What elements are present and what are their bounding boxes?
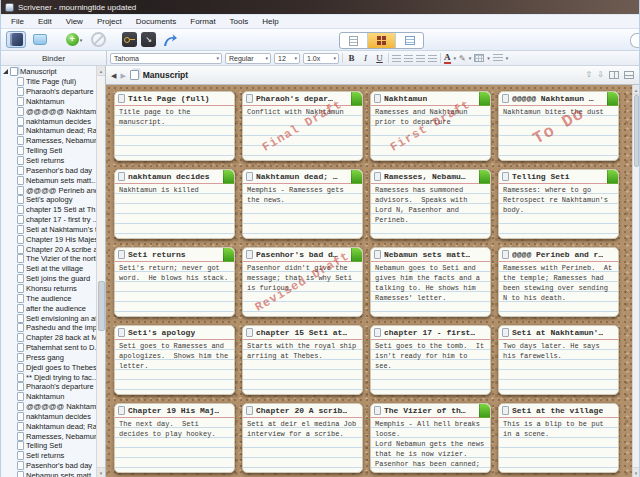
font-family-select[interactable]: Tahoma▾	[110, 53, 222, 64]
add-item-button[interactable]: + ▾	[64, 31, 84, 48]
split-horizontal-icon[interactable]	[624, 71, 634, 79]
collections-button[interactable]	[30, 31, 50, 48]
font-size-select[interactable]: 12▾	[274, 53, 300, 64]
index-card[interactable]: chapter 17 - first… Seti goes to the tom…	[370, 325, 491, 395]
align-left-button[interactable]	[392, 55, 401, 62]
menu-item[interactable]: View	[59, 17, 90, 26]
index-card[interactable]: nakhtamun decides Nakhtamun is killed	[114, 169, 235, 239]
binder-item[interactable]: @@@@@ Nakhtam...	[1, 402, 96, 412]
index-card[interactable]: Seti returns Seti's return; never got wo…	[114, 247, 235, 317]
binder-item[interactable]: The Vizier of the north	[1, 254, 96, 264]
binder-item[interactable]: Djedi goes to Thebes...	[1, 362, 96, 372]
index-card[interactable]: Title Page (full) Title page to the manu…	[114, 91, 235, 161]
index-card[interactable]: Chapter 20 A scrib… Seti at deir el medi…	[242, 403, 363, 473]
binder-item[interactable]: Nebamun sets matt...	[1, 471, 96, 477]
index-card[interactable]: Nebamun sets matt… Nebamun goes to Seti …	[370, 247, 491, 317]
previous-document-button[interactable]: ⇧	[586, 71, 593, 79]
binder-item[interactable]: Khonsu returns	[1, 284, 96, 294]
view-mode-corkboard[interactable]	[367, 33, 395, 48]
index-card[interactable]: Telling Seti Ramesses: where to go Retro…	[498, 169, 619, 239]
binder-item[interactable]: after the audience	[1, 303, 96, 313]
binder-item[interactable]: Pashedu and the imp...	[1, 323, 96, 333]
binder-item[interactable]: Nakhtamun	[1, 392, 96, 402]
binder-item[interactable]: Pharaoh's departure ...	[1, 382, 96, 392]
binder-item[interactable]: Telling Seti	[1, 146, 96, 156]
font-style-select[interactable]: Regular▾	[225, 53, 271, 64]
index-card[interactable]: Ramesses, Nebamu… Ramesses has summoned …	[370, 169, 491, 239]
binder-item[interactable]: Seti at the village	[1, 264, 96, 274]
binder-scroll-thumb[interactable]	[98, 281, 105, 331]
text-color-button[interactable]: A	[444, 53, 451, 64]
no-style-button[interactable]	[88, 31, 108, 48]
binder-item[interactable]: Nakhtamun	[1, 97, 96, 107]
binder-item[interactable]: Title Page (full)	[1, 77, 96, 87]
binder-item[interactable]: nakhtamun decides	[1, 412, 96, 422]
forward-button[interactable]: ▶	[120, 72, 125, 79]
keywords-button[interactable]	[122, 32, 137, 47]
index-card[interactable]: Seti's apology Seti goes to Ramesses and…	[114, 325, 235, 395]
menu-item[interactable]: Tools	[223, 17, 256, 26]
italic-button[interactable]: I	[360, 53, 371, 63]
index-card[interactable]: Pasenhor's bad d… Revised Draft Pasenhor…	[242, 247, 363, 317]
binder-toggle-button[interactable]	[6, 31, 26, 48]
split-vertical-icon[interactable]	[609, 71, 619, 79]
fullscreen-button[interactable]: ↘	[141, 32, 156, 47]
underline-button[interactable]: U	[374, 53, 385, 63]
menu-item[interactable]: Edit	[31, 17, 59, 26]
binder-item[interactable]: Telling Seti	[1, 441, 96, 451]
binder-scrollbar[interactable]: ▴ ▾	[96, 66, 105, 477]
index-card[interactable]: Pharaoh's depar… Final Draft Conflict wi…	[242, 91, 363, 161]
binder-item[interactable]: chapter 17 - first try ...	[1, 215, 96, 225]
next-document-button[interactable]: ⇩	[597, 71, 604, 79]
binder-item[interactable]: ** Djedi trying to fac...	[1, 372, 96, 382]
binder-item[interactable]: Seti's apology	[1, 195, 96, 205]
index-card[interactable]: Seti at the village This is a blip to be…	[498, 403, 619, 473]
binder-item[interactable]: nakhtamun decides	[1, 116, 96, 126]
index-card[interactable]: Seti at Nakhtamun'… Two days later. He s…	[498, 325, 619, 395]
align-center-button[interactable]	[404, 55, 413, 62]
binder-item[interactable]: Chapter 20 A scribe a...	[1, 244, 96, 254]
binder-item-manuscript[interactable]: Manuscript	[1, 67, 96, 77]
binder-item[interactable]: chapter 15 Seti at Th...	[1, 205, 96, 215]
index-card[interactable]: Chapter 19 His Maj… The next day. Seti d…	[114, 403, 235, 473]
menu-item[interactable]: Project	[90, 17, 129, 26]
binder-item[interactable]: The audience	[1, 293, 96, 303]
back-button[interactable]: ◀	[111, 72, 116, 79]
add-dropdown-icon[interactable]: ▾	[80, 37, 83, 43]
align-right-button[interactable]	[416, 55, 425, 62]
binder-item[interactable]: Chapter 28 back at M...	[1, 333, 96, 343]
binder-item[interactable]: Pharaoh's departure ...	[1, 87, 96, 97]
chevron-down-icon[interactable]: ▾	[487, 55, 490, 61]
bold-button[interactable]: B	[346, 53, 357, 63]
index-card[interactable]: @@@@@ Nakhtamun … To Do Nakhtamun bites …	[498, 91, 619, 161]
menu-item[interactable]: Format	[183, 17, 222, 26]
scroll-down-icon[interactable]: ▾	[633, 467, 639, 477]
index-card[interactable]: @@@@ Perineb and r… Ramesses with Perine…	[498, 247, 619, 317]
menu-item[interactable]: Documents	[129, 17, 183, 26]
binder-item[interactable]: Pasenhor's bad day	[1, 461, 96, 471]
binder-item[interactable]: Nakhtamun dead; Ra...	[1, 126, 96, 136]
binder-item[interactable]: Ramesses, Nebamun...	[1, 431, 96, 441]
binder-item[interactable]: Seti envisioning an at...	[1, 313, 96, 323]
binder-item[interactable]: Chapter 19 His Majes...	[1, 234, 96, 244]
corkboard-scroll-thumb[interactable]	[634, 95, 639, 167]
table-button[interactable]	[474, 54, 484, 62]
scroll-up-icon[interactable]: ▴	[633, 85, 639, 95]
index-card[interactable]: Nakhtamun dead; … Memphis - Ramesses get…	[242, 169, 363, 239]
index-card[interactable]: The Vizier of th… Memphis - All hell bre…	[370, 403, 491, 473]
scroll-down-icon[interactable]: ▾	[97, 467, 105, 477]
binder-item[interactable]: Pasenhor's bad day	[1, 165, 96, 175]
binder-item[interactable]: Press gang	[1, 352, 96, 362]
search-field-partial[interactable]	[630, 33, 639, 48]
chevron-down-icon[interactable]: ▾	[506, 55, 509, 61]
view-mode-document[interactable]	[340, 33, 367, 48]
binder-item[interactable]: Seti at Nakhtamun's t...	[1, 225, 96, 235]
line-spacing-select[interactable]: 1.0x▾	[303, 53, 339, 64]
align-justify-button[interactable]	[428, 55, 437, 62]
scroll-up-icon[interactable]: ▴	[97, 66, 105, 76]
compose-button[interactable]	[160, 31, 180, 48]
binder-item[interactable]: @@@@@ Nakhtam...	[1, 106, 96, 116]
corkboard-scrollbar[interactable]: ▴ ▾	[632, 85, 639, 477]
index-card[interactable]: chapter 15 Seti at… Starts with the roya…	[242, 325, 363, 395]
binder-item[interactable]: Seti returns	[1, 156, 96, 166]
